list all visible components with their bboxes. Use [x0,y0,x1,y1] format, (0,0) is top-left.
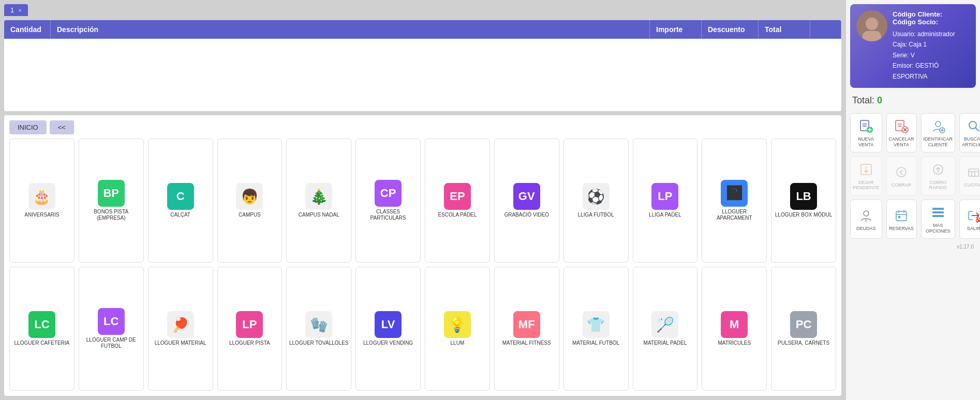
product-lliga-padel[interactable]: LPLLIGA PADEL [633,139,698,263]
product-icon-lloguer-camp: LC [98,308,125,335]
action-label-mas-opciones: MÁS OPCIONES [924,223,953,234]
product-lloguer-box[interactable]: LBLLOGUER BOX MÒDUL [771,139,836,263]
usuario: Usuario: administrador [893,29,970,39]
product-bonos-pista[interactable]: BPBONOS PISTA (EMPRESA) [79,139,144,263]
action-cancelar-venta[interactable]: CANCELAR VENTA [886,113,917,152]
product-pulsera[interactable]: PCPULSERA, CARNETS [771,267,836,391]
version-text: v1.17.0 [850,243,976,251]
col-descuento: Descuento [702,20,759,39]
product-llum[interactable]: 💡LLUM [425,267,490,391]
product-icon-classes: CP [375,180,402,207]
svg-rect-37 [932,215,944,217]
product-material-fut[interactable]: 👕MATERIAL FUTBOL [563,267,629,391]
codigo-socio-label: Código Socio: [893,18,970,26]
product-icon-calcat: C [167,183,194,210]
col-cantidad: Cantidad [4,20,51,39]
avatar [856,10,887,41]
product-grabacio[interactable]: GVGRABACIÓ VIDEO [494,139,559,263]
svg-rect-24 [969,169,979,176]
product-label-lliga-futbol: LLIGA FUTBOL [578,212,614,218]
product-icon-lloguer-tov: 🧤 [305,311,332,338]
action-dejar-pendiente: DEJAR PENDIENTE [850,157,882,196]
product-campus-nadal[interactable]: 🎄CAMPUS NADAL [286,139,351,263]
action-icon-reservas [893,207,910,224]
product-label-material-fit: MATERIAL FITNESS [502,340,551,346]
svg-rect-36 [932,211,944,213]
order-table: Cantidad Descripción Importe Descuento T… [4,20,841,111]
product-label-escola-padel: ESCOLA PADEL [438,212,477,218]
action-label-salir: SALIR [967,226,980,232]
product-lliga-futbol[interactable]: ⚽LLIGA FUTBOL [563,139,629,263]
product-aniversaris[interactable]: 🎂ANIVERSARIS [9,139,75,263]
svg-line-17 [975,128,979,131]
product-icon-campus-nadal: 🎄 [305,183,332,210]
action-salir[interactable]: SALIR [959,199,980,239]
product-matricules[interactable]: MMATRÍCULES [702,267,767,391]
product-classes[interactable]: CPCLASSES PARTICULARS [355,139,421,263]
product-material-fit[interactable]: MFMATERIAL FITNESS [494,267,559,391]
product-icon-material-pad: 🏸 [651,311,678,338]
tab-1[interactable]: 1 × [4,4,28,16]
product-label-campus: CAMPUS [239,212,261,218]
product-label-grabacio: GRABACIÓ VIDEO [504,212,549,218]
product-lloguer-tov[interactable]: 🧤LLOGUER TOVALLOLES [286,267,351,391]
svg-rect-35 [932,208,944,210]
action-cobro-rapido: COBRO RÁPIDO [921,157,956,196]
product-label-bonos-pista: BONOS PISTA (EMPRESA) [81,209,141,221]
product-icon-lloguer-box: LB [790,183,817,210]
product-label-material-pad: MATERIAL PADEL [644,340,687,346]
product-escola-padel[interactable]: EPESCOLA PADEL [425,139,490,263]
col-importe: Importe [650,20,702,39]
action-icon-cobrar: € [893,164,910,180]
product-label-lloguer-apar: LLOGUER APARCAMENT [704,209,764,221]
action-icon-nueva-venta [858,118,874,134]
action-nueva-venta[interactable]: NUEVA VENTA [850,113,882,152]
product-icon-matricules: M [721,311,748,338]
action-grid: NUEVA VENTA CANCELAR VENTA IDENTIFICAR C… [850,113,976,239]
action-icon-dejar-pendiente [858,161,874,178]
action-label-cobro-rapido: COBRO RÁPIDO [924,180,953,191]
product-lloguer-vend[interactable]: LVLLOGUER VENDING [355,267,421,391]
action-identificar-cliente[interactable]: IDENTIFICAR CLIENTE [921,113,956,152]
product-lloguer-caf[interactable]: LCLLOGUER CAFETERIA [9,267,75,391]
action-cuotas: CUOTAS [959,157,980,196]
product-label-lloguer-box: LLOGUER BOX MÒDUL [775,212,833,218]
client-card: Código Cliente: Código Socio: Usuario: a… [850,4,976,88]
product-campus[interactable]: 👦CAMPUS [217,139,283,263]
action-mas-opciones[interactable]: MÁS OPCIONES [921,199,956,239]
action-icon-salir [966,207,980,224]
product-material-pad[interactable]: 🏸MATERIAL PADEL [633,267,698,391]
action-buscar-articulo[interactable]: BUSCAR ARTÍCULO [959,113,980,152]
product-lloguer-pista[interactable]: LPLLOGUER PISTA [217,267,283,391]
action-icon-deudas: € [858,207,874,224]
client-details: Usuario: administrador Caja: Caja 1 Seri… [893,29,970,82]
product-calcat[interactable]: CCALÇAT [148,139,213,263]
back-button[interactable]: << [50,120,74,134]
action-label-buscar-articulo: BUSCAR ARTÍCULO [962,136,980,148]
product-lloguer-camp[interactable]: LCLLOGUER CAMP DE FUTBOL [79,267,144,391]
emisor: Emisor: GESTIÓ ESPORTIVA [893,60,970,82]
product-lloguer-mat[interactable]: 🏓LLOGUER MATERIAL [148,267,213,391]
action-label-dejar-pendiente: DEJAR PENDIENTE [853,180,880,191]
action-icon-identificar-cliente [930,118,946,134]
action-icon-cancelar-venta [893,118,910,134]
total-section: Total: 0 [850,92,976,109]
action-label-cobrar: COBRAR [892,182,912,188]
action-label-cancelar-venta: CANCELAR VENTA [889,136,914,148]
action-deudas[interactable]: € DEUDAS [850,199,882,239]
inicio-button[interactable]: INICIO [9,120,47,134]
product-label-lloguer-caf: LLOGUER CAFETERIA [14,340,70,346]
product-icon-lloguer-caf: LC [28,311,55,338]
product-icon-campus: 👦 [236,183,263,210]
product-label-lloguer-camp: LLOGUER CAMP DE FUTBOL [81,337,141,349]
product-icon-escola-padel: EP [444,183,471,210]
tab-close-icon[interactable]: × [18,7,21,13]
client-info: Código Cliente: Código Socio: Usuario: a… [893,10,970,82]
action-icon-buscar-articulo [966,118,980,134]
codigo-cliente-label: Código Cliente: [893,10,970,18]
product-label-lloguer-mat: LLOGUER MATERIAL [155,340,206,346]
svg-point-12 [936,121,941,127]
product-lloguer-apar[interactable]: 🅿LLOGUER APARCAMENT [702,139,767,263]
product-label-campus-nadal: CAMPUS NADAL [299,212,339,218]
action-reservas[interactable]: RESERVAS [886,199,917,239]
